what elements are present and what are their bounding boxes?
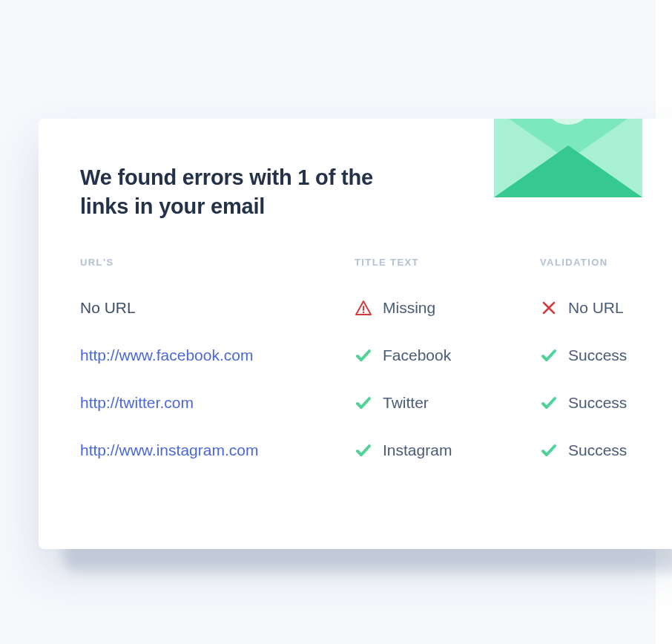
links-table: URL'S TITLE TEXT VALIDATION No URLMissin… <box>80 257 672 474</box>
check-icon <box>540 441 558 459</box>
table-row-validation: Success <box>540 427 672 474</box>
column-header-title: TITLE TEXT <box>355 257 540 284</box>
title-text: Facebook <box>383 346 451 364</box>
table-row-validation: Success <box>540 379 672 427</box>
table-row-validation: No URL <box>540 284 672 332</box>
envelope-icon <box>487 119 650 205</box>
table-row-url[interactable]: http://www.facebook.com <box>80 332 355 379</box>
validation-text: No URL <box>568 299 624 317</box>
check-icon <box>355 394 372 412</box>
x-icon <box>540 299 558 317</box>
card-heading: We found errors with 1 of the links in y… <box>80 163 421 221</box>
table-row-url[interactable]: http://twitter.com <box>80 379 355 427</box>
title-text: Twitter <box>383 394 429 412</box>
link-validation-card: We found errors with 1 of the links in y… <box>39 119 672 549</box>
check-icon <box>355 346 372 364</box>
validation-text: Success <box>568 441 627 459</box>
warning-icon <box>355 299 372 317</box>
title-text: Instagram <box>383 441 452 459</box>
check-icon <box>540 394 558 412</box>
check-icon <box>355 441 372 459</box>
table-row-url[interactable]: http://www.instagram.com <box>80 427 355 474</box>
table-row-title: Missing <box>355 284 540 332</box>
table-row-validation: Success <box>540 332 672 379</box>
check-icon <box>540 346 558 364</box>
table-row-title: Facebook <box>355 332 540 379</box>
url-link[interactable]: http://www.facebook.com <box>80 346 253 364</box>
validation-text: Success <box>568 394 627 412</box>
column-header-url: URL'S <box>80 257 355 284</box>
svg-point-6 <box>363 312 364 313</box>
url-link[interactable]: http://twitter.com <box>80 394 194 412</box>
column-header-validation: VALIDATION <box>540 257 672 284</box>
title-text: Missing <box>383 299 435 317</box>
validation-text: Success <box>568 346 627 364</box>
url-link[interactable]: http://www.instagram.com <box>80 441 258 459</box>
table-row-title: Instagram <box>355 427 540 474</box>
table-row-title: Twitter <box>355 379 540 427</box>
table-row-url: No URL <box>80 284 355 332</box>
